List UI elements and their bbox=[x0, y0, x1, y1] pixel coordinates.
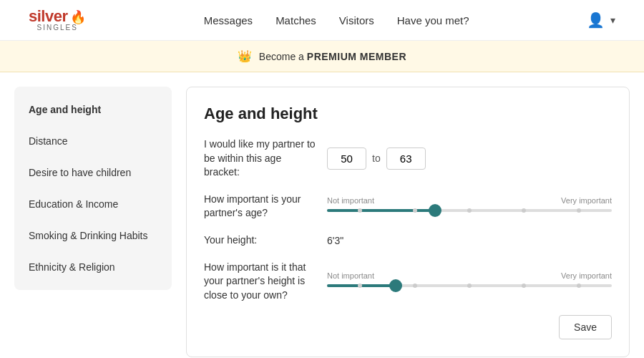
nav-visitors[interactable]: Visitors bbox=[339, 14, 374, 26]
height-row: Your height: 6'3" bbox=[204, 233, 612, 248]
slider-dot bbox=[522, 208, 526, 213]
age-height-title: Age and height bbox=[204, 105, 612, 123]
logo-singles-text: SINGLES bbox=[37, 24, 78, 32]
sidebar-item-smoking[interactable]: Smoking & Drinking Habits bbox=[14, 220, 172, 251]
height-slider-track[interactable] bbox=[327, 284, 612, 287]
premium-text-bold: PREMIUM MEMBER bbox=[307, 51, 406, 62]
not-important-label-height: Not important bbox=[327, 271, 374, 280]
height-slider-thumb[interactable] bbox=[389, 279, 402, 292]
save-button[interactable]: Save bbox=[559, 315, 612, 339]
height-importance-label: How important is it that your partner's … bbox=[204, 261, 318, 303]
age-height-section: Age and height I would like my partner t… bbox=[186, 87, 630, 357]
slider-dot bbox=[467, 284, 472, 288]
sidebar-item-children[interactable]: Desire to have children bbox=[14, 157, 172, 188]
age-bracket-row: I would like my partner to be within thi… bbox=[204, 137, 612, 180]
chevron-down-icon[interactable]: ▾ bbox=[610, 14, 615, 26]
save-row: Save bbox=[204, 315, 612, 339]
nav-matches[interactable]: Matches bbox=[275, 14, 316, 26]
main-layout: Age and height Distance Desire to have c… bbox=[0, 72, 644, 358]
nav-messages[interactable]: Messages bbox=[204, 14, 253, 26]
age-importance-label: How important is your partner's age? bbox=[204, 193, 318, 221]
main-nav: Messages Matches Visitors Have you met? bbox=[204, 14, 469, 26]
age-max-input[interactable] bbox=[386, 147, 426, 170]
age-importance-slider-container: Not important Very important bbox=[327, 196, 612, 216]
logo-flame-icon: 🔥 bbox=[70, 10, 86, 24]
slider-annotations-age: Not important Very important bbox=[327, 196, 612, 205]
slider-dot bbox=[467, 208, 472, 213]
nav-have-you-met[interactable]: Have you met? bbox=[397, 14, 469, 26]
very-important-label-height: Very important bbox=[561, 271, 612, 280]
slider-dot bbox=[413, 208, 417, 213]
crown-icon: 👑 bbox=[238, 50, 252, 62]
premium-text-before: Become a bbox=[259, 51, 307, 62]
age-min-input[interactable] bbox=[327, 147, 366, 170]
sidebar-item-ethnicity[interactable]: Ethnicity & Religion bbox=[14, 251, 172, 283]
age-to-text: to bbox=[372, 153, 381, 164]
logo: silver 🔥 SINGLES bbox=[29, 9, 86, 32]
sidebar-item-distance[interactable]: Distance bbox=[14, 125, 172, 157]
slider-dot bbox=[358, 208, 362, 213]
height-slider-dots bbox=[327, 284, 612, 288]
slider-dot bbox=[577, 284, 581, 288]
height-importance-row: How important is it that your partner's … bbox=[204, 261, 612, 303]
age-bracket-label: I would like my partner to be within thi… bbox=[204, 137, 318, 180]
slider-dot bbox=[413, 284, 417, 288]
height-value: 6'3" bbox=[327, 235, 343, 246]
sidebar: Age and height Distance Desire to have c… bbox=[14, 87, 172, 290]
slider-annotations-height: Not important Very important bbox=[327, 271, 612, 280]
slider-dot bbox=[358, 284, 362, 288]
age-importance-row: How important is your partner's age? Not… bbox=[204, 193, 612, 221]
person-icon[interactable]: 👤 bbox=[587, 11, 605, 29]
slider-dot bbox=[522, 284, 526, 288]
age-slider-thumb[interactable] bbox=[429, 204, 441, 217]
header-icons: 👤 ▾ bbox=[587, 11, 615, 29]
age-slider-dots bbox=[327, 208, 612, 213]
age-slider-track[interactable] bbox=[327, 209, 612, 212]
header: silver 🔥 SINGLES Messages Matches Visito… bbox=[0, 0, 644, 41]
sidebar-item-education[interactable]: Education & Income bbox=[14, 188, 172, 220]
height-importance-slider-container: Not important Very important bbox=[327, 271, 612, 291]
age-inputs: to bbox=[327, 147, 426, 170]
height-label: Your height: bbox=[204, 233, 318, 248]
logo-silver-text: silver bbox=[29, 7, 68, 25]
premium-banner[interactable]: 👑 Become a PREMIUM MEMBER bbox=[0, 41, 644, 72]
very-important-label-age: Very important bbox=[561, 196, 612, 205]
not-important-label-age: Not important bbox=[327, 196, 374, 205]
content-area: Age and height I would like my partner t… bbox=[186, 87, 630, 358]
sidebar-item-age-height[interactable]: Age and height bbox=[14, 94, 172, 125]
slider-dot bbox=[577, 208, 581, 213]
